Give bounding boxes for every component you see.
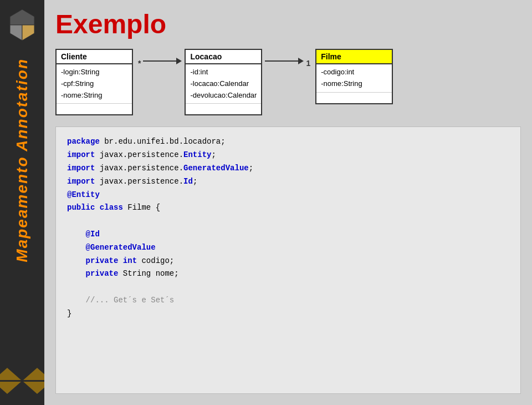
code-keyword-import1: import [67, 150, 95, 159]
triangle-row-bottom [0, 382, 51, 394]
code-text-3: javax.persistence. [95, 164, 183, 173]
uml-class-filme-footer [316, 92, 392, 103]
page-title: Exemplo [55, 11, 521, 38]
triangle-row-top [0, 368, 51, 380]
code-text-4b: ; [193, 177, 197, 186]
uml-class-locacao-footer [186, 103, 261, 114]
code-indent-3 [67, 256, 86, 265]
code-keyword-class: class [100, 203, 123, 212]
uml-class-locacao-body: -id:int-locacao:Calendar-devolucao:Calen… [186, 64, 261, 103]
code-text-7 [118, 256, 122, 265]
connector-arrow-1 [176, 58, 182, 64]
code-text-2b: ; [211, 150, 216, 159]
code-comment: //... Get´s e Set´s [86, 296, 175, 305]
svg-marker-1 [10, 25, 22, 40]
code-text-9: String nome; [118, 269, 178, 278]
connector-line-2 [265, 60, 298, 62]
uml-class-cliente: Cliente -login:String-cpf:String-nome:St… [55, 49, 133, 115]
triangle-decoration [0, 368, 51, 394]
uml-class-cliente-footer [57, 103, 132, 114]
content-area: Exemplo Cliente -login:String-cpf:String… [44, 0, 532, 405]
code-text-1: br.edu.unifei.bd.locadora; [100, 137, 226, 146]
code-keyword-int: int [123, 256, 137, 265]
code-text-8: codigo; [137, 256, 174, 265]
code-text-6: Filme { [123, 203, 160, 212]
sidebar-bottom [0, 368, 51, 394]
uml-class-locacao: Locacao -id:int-locacao:Calendar-devoluc… [185, 49, 262, 115]
code-keyword-import3: import [67, 177, 95, 186]
code-block: package br.edu.unifei.bd.locadora; impor… [55, 126, 521, 394]
uml-class-locacao-header: Locacao [186, 50, 261, 64]
code-keyword-package: package [67, 137, 100, 146]
sidebar: Mapeamento Annotation [0, 0, 44, 405]
uml-class-filme-body: -codigo:int-nome:String [316, 64, 392, 92]
main-container: Mapeamento Annotation Exemplo C [0, 0, 532, 405]
code-keyword-private1: private [86, 256, 119, 265]
connector-locacao-filme: 1 [262, 54, 315, 68]
code-generatedvalue-import: GeneratedValue [183, 164, 249, 173]
code-entity-annotation: @Entity [67, 190, 100, 199]
code-keyword-public: public [67, 203, 95, 212]
code-text-4: javax.persistence. [95, 177, 183, 186]
svg-marker-2 [22, 25, 34, 40]
triangle-down-left [0, 382, 21, 394]
code-closing-brace: } [67, 309, 71, 318]
code-id-import: Id [183, 177, 193, 186]
triangle-up-left [0, 368, 21, 380]
code-text-2: javax.persistence. [95, 150, 183, 159]
code-indent-5 [67, 296, 86, 305]
uml-class-cliente-body: -login:String-cpf:String-nome:String [57, 64, 132, 103]
svg-marker-0 [10, 9, 34, 25]
uml-class-filme-header: Filme [316, 50, 392, 64]
code-text-5 [95, 203, 99, 212]
connector-line-1 [143, 60, 176, 62]
code-generatedvalue-annotation: @GeneratedValue [86, 243, 156, 252]
code-indent-1 [67, 230, 86, 239]
code-keyword-import2: import [67, 164, 95, 173]
uml-class-cliente-header: Cliente [57, 50, 132, 64]
code-entity-import: Entity [183, 150, 211, 159]
code-id-annotation: @Id [86, 230, 100, 239]
logo [6, 8, 39, 42]
sidebar-label: Mapeamento Annotation [13, 58, 31, 262]
mult-one: 1 [304, 59, 313, 68]
connector-cliente-locacao: * [133, 54, 185, 68]
uml-class-filme: Filme -codigo:int-nome:String [315, 49, 393, 104]
mult-star: * [136, 59, 143, 68]
code-text-3b: ; [249, 164, 253, 173]
code-indent-4 [67, 269, 86, 278]
connector-arrow-2 [298, 58, 304, 64]
uml-diagram: Cliente -login:String-cpf:String-nome:St… [55, 49, 521, 115]
code-indent-2 [67, 243, 86, 252]
sidebar-top: Mapeamento Annotation [6, 6, 39, 274]
code-keyword-private2: private [86, 269, 119, 278]
